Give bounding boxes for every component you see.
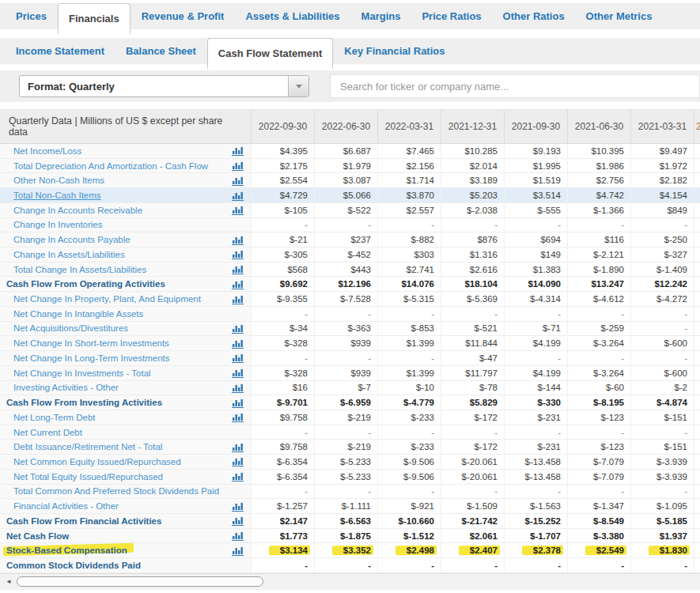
bar-chart-icon[interactable] xyxy=(224,381,251,395)
scroll-left-icon[interactable]: ◄ xyxy=(6,579,12,585)
row-label-link[interactable]: Net Current Debt xyxy=(0,425,224,440)
bar-chart-icon[interactable] xyxy=(224,277,251,291)
row-label-link[interactable]: Net Acquisitions/Divestitures xyxy=(0,322,224,336)
chevron-down-icon[interactable] xyxy=(288,76,308,96)
value-cell: $9.758 xyxy=(251,410,314,425)
search-input[interactable] xyxy=(330,74,700,98)
value-cell: $4.199 xyxy=(504,336,567,350)
value-cell: $-2.038 xyxy=(441,203,504,217)
table-row-net-long-term-debt: Net Long-Term Debt$9.758$-219$-233$-172$… xyxy=(0,410,700,425)
row-label-link[interactable]: Net Income/Loss xyxy=(0,144,224,158)
bar-chart-icon[interactable] xyxy=(224,499,251,513)
value-cell: $10.395 xyxy=(567,144,630,158)
value-cell: $11.797 xyxy=(441,366,504,380)
bar-chart-icon[interactable] xyxy=(224,159,251,173)
tab-key-financial-ratios[interactable]: Key Financial Ratios xyxy=(334,38,455,64)
bar-chart-icon[interactable] xyxy=(224,292,251,306)
row-label-link[interactable]: Total Non-Cash Items xyxy=(0,188,224,202)
bar-chart-icon[interactable] xyxy=(224,410,251,425)
value-cell: $939 xyxy=(314,336,377,350)
tab-other-ratios[interactable]: Other Ratios xyxy=(493,3,575,29)
bar-chart-icon[interactable] xyxy=(224,173,251,187)
bar-chart-icon[interactable] xyxy=(224,514,251,528)
value-cell: $2.554 xyxy=(251,173,314,187)
scrollbar-thumb[interactable] xyxy=(17,576,263,587)
bar-chart-icon[interactable] xyxy=(224,336,251,350)
value-cell: $694 xyxy=(504,232,567,247)
row-label-link[interactable]: Net Long-Term Debt xyxy=(0,410,224,425)
row-label-link[interactable]: Net Common Equity Issued/Repurchased xyxy=(0,455,224,469)
value-cell: $2.549 xyxy=(567,543,630,557)
row-label-link[interactable]: Change In Assets/Liabilities xyxy=(0,247,224,262)
row-label-link[interactable]: Cash Flow From Financial Activities xyxy=(0,514,224,528)
row-label-link[interactable]: Stock-Based Compensation xyxy=(0,543,224,557)
bar-chart-icon[interactable] xyxy=(224,543,251,557)
row-label-link[interactable]: Debt Issuance/Retirement Net - Total xyxy=(0,440,224,454)
tab-other-metrics[interactable]: Other Metrics xyxy=(576,3,663,29)
row-label-link[interactable]: Change In Inventories xyxy=(0,218,224,232)
value-cell: $-144 xyxy=(504,381,567,395)
row-label-link[interactable]: Total Common And Preferred Stock Dividen… xyxy=(0,485,224,499)
bar-chart-icon[interactable] xyxy=(224,470,251,484)
tab-financials[interactable]: Financials xyxy=(58,3,131,34)
row-label-link[interactable]: Net Cash Flow xyxy=(0,529,224,543)
tab-assets-liabilities[interactable]: Assets & Liabilities xyxy=(235,3,350,29)
row-label-link[interactable]: Total Change In Assets/Liabilities xyxy=(0,263,224,277)
row-label-link[interactable]: Net Total Equity Issued/Repurchased xyxy=(0,470,224,484)
value-cell: - xyxy=(630,218,694,232)
value-cell: $-13.458 xyxy=(504,455,567,469)
partial-value-cell xyxy=(694,381,700,395)
bar-chart-icon[interactable] xyxy=(224,455,251,469)
bar-chart-icon[interactable] xyxy=(224,322,251,336)
value-cell: $1.399 xyxy=(377,336,441,350)
row-label-link[interactable]: Total Depreciation And Amortization - Ca… xyxy=(0,159,224,173)
bar-chart-icon[interactable] xyxy=(224,366,251,380)
tab-price-ratios[interactable]: Price Ratios xyxy=(411,3,491,29)
row-label-link[interactable]: Financial Activities - Other xyxy=(0,499,224,513)
bar-chart-icon[interactable] xyxy=(224,395,251,410)
bar-chart-icon[interactable] xyxy=(224,232,251,247)
value-cell: $1.995 xyxy=(504,159,567,173)
value-cell: $-34 xyxy=(251,322,314,336)
value-cell: $4.154 xyxy=(630,188,694,202)
bar-chart-icon[interactable] xyxy=(224,144,251,158)
bar-chart-icon[interactable] xyxy=(224,351,251,365)
tab-cash-flow-statement[interactable]: Cash Flow Statement xyxy=(207,38,333,69)
tab-balance-sheet[interactable]: Balance Sheet xyxy=(115,38,206,64)
row-label-link[interactable]: Cash Flow From Investing Activities xyxy=(0,395,224,410)
value-cell: $-328 xyxy=(251,336,314,350)
value-cell: $-882 xyxy=(377,232,441,247)
row-label-link[interactable]: Net Change In Intangible Assets xyxy=(0,307,224,321)
row-label-link[interactable]: Change In Accounts Payable xyxy=(0,232,224,247)
row-label-link[interactable]: Common Stock Dividends Paid xyxy=(0,558,224,572)
row-label-link[interactable]: Net Change In Investments - Total xyxy=(0,366,224,380)
value-cell: $1.773 xyxy=(251,529,314,543)
format-select[interactable]: Format: Quarterly xyxy=(19,75,309,97)
row-label-link[interactable]: Net Change In Property, Plant, And Equip… xyxy=(0,292,224,306)
bar-chart-icon[interactable] xyxy=(224,529,251,543)
row-label-link[interactable]: Change In Accounts Receivable xyxy=(0,203,224,217)
value-cell: $9.193 xyxy=(504,144,567,158)
tab-revenue-profit[interactable]: Revenue & Profit xyxy=(131,3,235,29)
partial-value-cell xyxy=(694,188,700,202)
value-cell: $-105 xyxy=(251,203,314,217)
row-label-link[interactable]: Investing Activities - Other xyxy=(0,381,224,395)
bar-chart-icon[interactable] xyxy=(224,440,251,454)
row-label-link[interactable]: Net Change In Short-term Investments xyxy=(0,336,224,350)
value-cell: $-4.272 xyxy=(630,292,694,306)
bar-chart-icon[interactable] xyxy=(224,247,251,262)
table-header-row: Quarterly Data | Millions of US $ except… xyxy=(0,109,700,144)
tab-prices[interactable]: Prices xyxy=(6,3,57,29)
row-label-link[interactable]: Cash Flow From Operating Activities xyxy=(0,277,224,291)
bar-chart-icon[interactable] xyxy=(224,203,251,217)
row-label-link[interactable]: Net Change In Long-Term Investments xyxy=(0,351,224,365)
horizontal-scrollbar[interactable]: ◄ xyxy=(0,573,700,590)
value-cell: $2.616 xyxy=(441,263,504,277)
row-label-link[interactable]: Other Non-Cash Items xyxy=(0,173,224,187)
tab-margins[interactable]: Margins xyxy=(351,3,411,29)
value-cell: $-600 xyxy=(630,366,694,380)
tab-income-statement[interactable]: Income Statement xyxy=(6,38,115,64)
bar-chart-icon[interactable] xyxy=(224,263,251,277)
bar-chart-icon[interactable] xyxy=(224,188,251,202)
value-cell: $-21 xyxy=(251,232,314,247)
